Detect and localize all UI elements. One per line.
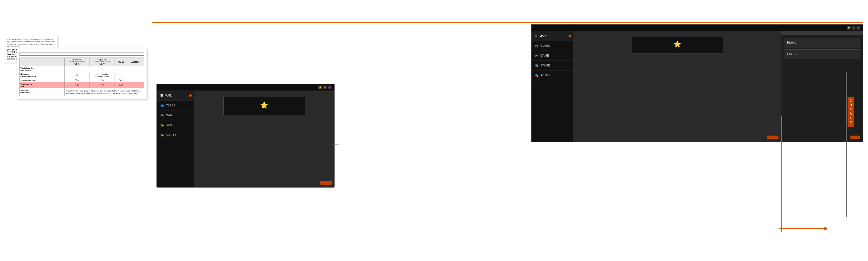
return-nav-stage[interactable]: 🎭STAGE [531, 61, 574, 70]
nav-actor-icon: 🎭 [160, 134, 164, 137]
create-vertical-annotation: CREATE [847, 97, 854, 127]
nav-class-icon: 👥 [160, 104, 164, 107]
nav-stage-label: STAGE [166, 123, 176, 127]
return-topbar: 🔔 ⚙ ✕ [531, 25, 863, 31]
nav-class-label: CLASS [166, 104, 175, 107]
col-u2: Upper-left navigation menu [U2-Y] [90, 58, 115, 66]
create-button-return-center[interactable] [767, 136, 778, 139]
erroneous-u2: 6+ – includingaccidental log-out [90, 72, 115, 78]
nav-actor[interactable]: 🎭 ACTOR [157, 130, 194, 140]
erroneous-label: Number oferroneous clicks [20, 72, 64, 78]
ann-vert-line-create [846, 72, 847, 217]
annotation-v-line-right [781, 116, 782, 232]
icon-bell-return[interactable]: 🔔 [847, 26, 851, 30]
erroneous-u3 [115, 72, 127, 78]
return-nav-actor[interactable]: 🎭ACTOR [531, 70, 574, 80]
ann-connector-horizontal [332, 144, 339, 144]
comments-label: Selectedcomments [20, 88, 64, 96]
return-nav-main[interactable]: ☰MAIN [531, 31, 574, 41]
nav-main-label: MAIN [165, 94, 172, 97]
time-u2: 1:50 [90, 82, 115, 88]
completion-u2: Yes [90, 78, 115, 82]
create-button-return-right[interactable] [850, 136, 860, 139]
icon-bell[interactable]: 🔔 [318, 85, 322, 89]
nav-stage[interactable]: 🎭 STAGE [157, 120, 194, 130]
nav-main[interactable]: ☰ MAIN [157, 91, 194, 100]
icon-close-return[interactable]: ✕ [857, 26, 860, 30]
erroneous-avg [127, 72, 144, 78]
col-u1: Upper-left navigation menu [U1-A] [64, 58, 90, 66]
welcome-card-first: ⭐ [223, 97, 305, 115]
nav-class[interactable]: 👥 CLASS [157, 100, 194, 111]
app-main-first: ⭐ [194, 91, 334, 187]
return-app-body: ☰MAIN 👥CLASS 🎮GAME 🎭STAGE 🎭ACTOR ⭐ [531, 31, 863, 142]
completion-label: Task completion [20, 78, 64, 82]
time-avg [127, 82, 144, 88]
erroneous-u1: 8 [64, 72, 90, 78]
select-class-header [781, 31, 863, 35]
time-u1: 0:48 [64, 82, 90, 88]
app-sidebar-first: ☰ MAIN 👥 CLASS 🎮 GAME 🎭 STAGE 🎭 [157, 91, 194, 187]
title-divider [152, 22, 863, 23]
app-topbar-icons: 🔔 ⚙ ✕ [318, 85, 332, 89]
col-u3: [U3-L] [115, 58, 127, 66]
nav-actor-label: ACTOR [166, 134, 176, 137]
app-topbar: 🔔 ⚙ ✕ [157, 84, 334, 91]
class-item-history[interactable]: History [784, 38, 860, 48]
time-label: Total time ontask [20, 82, 64, 88]
star-return: ⭐ [635, 40, 719, 48]
create-button-first[interactable] [320, 181, 332, 185]
return-orange-dot [568, 35, 571, 37]
welcome-card-return: ⭐ [631, 37, 723, 54]
return-center-panel: ⭐ [574, 31, 781, 142]
return-topbar-icons: 🔔 ⚙ ✕ [847, 26, 860, 30]
col-task [20, 58, 64, 66]
return-app-mockup: 🔔 ⚙ ✕ ☰MAIN 👥CLASS 🎮GAME 🎭STAGE 🎭A [531, 24, 863, 142]
icon-settings-return[interactable]: ⚙ [851, 26, 856, 30]
task-doc-section-label: E: You've prepared a computer lab where … [7, 38, 56, 48]
app-body-first: ☰ MAIN 👥 CLASS 🎮 GAME 🎭 STAGE 🎭 [157, 91, 334, 187]
nav-stage-icon: 🎭 [160, 123, 164, 127]
first-look-label: First place theuser looked [20, 66, 64, 72]
first-look-value [64, 66, 144, 72]
star-icon-first: ⭐ [227, 101, 301, 109]
nav-game-icon: 🎮 [160, 114, 164, 117]
usability-table-container: Upper-left navigation menu [U1-A] Upper-… [17, 48, 147, 99]
return-nav-game[interactable]: 🎮GAME [531, 51, 574, 61]
completion-u1: Yes [64, 78, 90, 82]
col-avg: Average [127, 58, 144, 66]
nav-main-icon: ☰ [160, 94, 163, 97]
class-list: History ENG J... [781, 35, 863, 64]
comments-value: "I was thinking I was going to click ove… [64, 88, 144, 96]
annotation-h-line-bottom [779, 228, 827, 229]
annotation-dot-create [824, 227, 827, 230]
completion-avg [127, 78, 144, 82]
return-nav-class[interactable]: 👥CLASS [531, 41, 574, 51]
return-sidebar: ☰MAIN 👥CLASS 🎮GAME 🎭STAGE 🎭ACTOR [531, 31, 574, 142]
nav-game-label: GAME [166, 114, 174, 117]
nav-orange-dot [189, 94, 192, 97]
usability-data-table: Upper-left navigation menu [U1-A] Upper-… [20, 58, 144, 96]
icon-settings-first[interactable]: ⚙ [323, 85, 327, 89]
icon-close-first[interactable]: ✕ [328, 85, 332, 89]
first-time-app-mockup: 🔔 ⚙ ✕ ☰ MAIN 👥 CLASS 🎮 GAME [156, 84, 335, 187]
usability-instructions [20, 52, 144, 56]
completion-u3: Yes [115, 78, 127, 82]
nav-arrow-right [194, 94, 196, 97]
class-item-eng[interactable]: ENG J... [784, 49, 860, 59]
nav-game[interactable]: 🎮 GAME [157, 111, 194, 120]
time-u3: 1:46 [115, 82, 127, 88]
